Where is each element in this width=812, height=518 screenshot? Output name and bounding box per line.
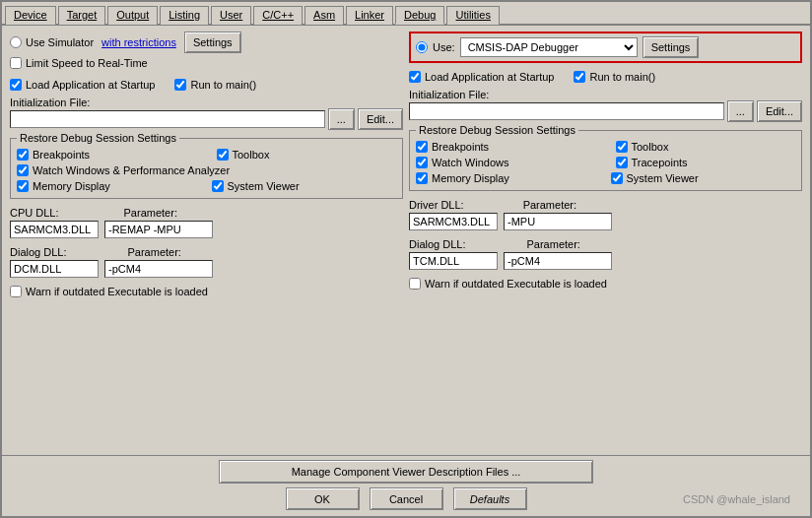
use-settings-btn[interactable]: Settings bbox=[643, 36, 700, 58]
load-app-right-label: Load Application at Startup bbox=[425, 71, 554, 83]
content-area: Use Simulator with restrictions Settings… bbox=[2, 26, 810, 455]
simulator-settings-btn[interactable]: Settings bbox=[184, 32, 241, 53]
dialog-param-right-input[interactable] bbox=[504, 252, 612, 270]
sysviewer-left-checkbox[interactable] bbox=[212, 180, 224, 192]
tracepoints-right-label: Tracepoints bbox=[632, 157, 688, 168]
use-section: Use: CMSIS-DAP Debugger Settings bbox=[409, 32, 802, 63]
driver-param-input[interactable] bbox=[504, 213, 612, 230]
init-browse-left-btn[interactable]: ... bbox=[328, 108, 355, 130]
tab-user[interactable]: User bbox=[211, 6, 251, 25]
memory-right-label: Memory Display bbox=[432, 172, 509, 184]
sysviewer-left-row: System Viewer bbox=[212, 180, 397, 192]
init-file-right-input[interactable] bbox=[409, 102, 724, 120]
left-column: Use Simulator with restrictions Settings… bbox=[10, 32, 403, 449]
init-edit-left-btn[interactable]: Edit... bbox=[358, 108, 403, 130]
restore-group-right-title: Restore Debug Session Settings bbox=[416, 124, 578, 136]
cpu-dll-row bbox=[10, 221, 403, 238]
cpu-dll-section: CPU DLL: Parameter: bbox=[10, 207, 403, 238]
run-to-main-left-checkbox[interactable] bbox=[174, 79, 186, 91]
watch-windows-left-label: Watch Windows & Performance Analyzer bbox=[33, 164, 230, 176]
tab-target[interactable]: Target bbox=[58, 6, 106, 25]
init-file-left-input[interactable] bbox=[10, 110, 325, 128]
sysviewer-right-checkbox[interactable] bbox=[611, 172, 623, 184]
dialog-dll-left-row bbox=[10, 260, 403, 278]
simulator-radio[interactable] bbox=[10, 36, 22, 48]
simulator-row: Use Simulator with restrictions Settings bbox=[10, 32, 403, 53]
memory-left-checkbox[interactable] bbox=[17, 180, 29, 192]
tab-utilities[interactable]: Utilities bbox=[446, 6, 499, 25]
dialog-dll-right-row bbox=[409, 252, 802, 270]
watch-right-label: Watch Windows bbox=[432, 157, 508, 168]
cancel-btn[interactable]: Cancel bbox=[370, 487, 443, 510]
defaults-btn[interactable]: Defaults bbox=[453, 487, 527, 510]
init-file-right: Initialization File: ... Edit... bbox=[409, 89, 802, 122]
limit-speed-row: Limit Speed to Real-Time bbox=[10, 57, 403, 69]
toolbox-right-label: Toolbox bbox=[632, 141, 669, 153]
tab-asm[interactable]: Asm bbox=[304, 6, 344, 25]
watermark: CSDN @whale_island bbox=[683, 493, 794, 505]
memory-right-row: Memory Display bbox=[416, 172, 601, 184]
tracepoints-right-row: Tracepoints bbox=[616, 157, 796, 168]
load-app-right-checkbox[interactable] bbox=[409, 71, 421, 83]
init-file-left-label: Initialization File: bbox=[10, 97, 403, 108]
breakpoints-left-checkbox[interactable] bbox=[17, 149, 29, 161]
dialog-param-left-input[interactable] bbox=[104, 260, 213, 278]
watch-windows-left-checkbox[interactable] bbox=[17, 164, 29, 176]
init-browse-right-btn[interactable]: ... bbox=[727, 100, 754, 122]
driver-dll-input[interactable] bbox=[409, 213, 498, 230]
warn-right-label: Warn if outdated Executable is loaded bbox=[425, 278, 607, 290]
tab-output[interactable]: Output bbox=[107, 6, 158, 25]
dialog-dll-right-label: Dialog DLL: bbox=[409, 238, 465, 250]
limit-speed-checkbox[interactable] bbox=[10, 57, 22, 69]
tracepoints-right-checkbox[interactable] bbox=[616, 157, 628, 168]
toolbox-right-checkbox[interactable] bbox=[616, 141, 628, 153]
bottom-bar: Manage Component Viewer Description File… bbox=[2, 455, 810, 516]
dialog-dll-right-section: Dialog DLL: Parameter: bbox=[409, 238, 802, 270]
dialog-dll-left-label: Dialog DLL: bbox=[10, 246, 66, 258]
right-column: Use: CMSIS-DAP Debugger Settings Load Ap… bbox=[409, 32, 802, 449]
ok-btn[interactable]: OK bbox=[286, 487, 360, 510]
dialog-dll-left-input[interactable] bbox=[10, 260, 99, 278]
sysviewer-left-label: System Viewer bbox=[228, 180, 300, 192]
run-to-main-right-checkbox[interactable] bbox=[574, 71, 585, 83]
toolbox-left-label: Toolbox bbox=[233, 149, 270, 161]
warn-right-checkbox[interactable] bbox=[409, 278, 421, 290]
watch-right-checkbox[interactable] bbox=[416, 157, 428, 168]
manage-btn[interactable]: Manage Component Viewer Description File… bbox=[219, 460, 593, 484]
tab-listing[interactable]: Listing bbox=[160, 6, 209, 25]
sysviewer-right-row: System Viewer bbox=[611, 172, 796, 184]
debugger-select[interactable]: CMSIS-DAP Debugger bbox=[460, 37, 638, 57]
breakpoints-right-checkbox[interactable] bbox=[416, 141, 428, 153]
breakpoints-toolbox-left-row: Breakpoints Toolbox bbox=[17, 149, 396, 162]
action-btns: OK Cancel Defaults bbox=[286, 487, 527, 510]
warn-right-row: Warn if outdated Executable is loaded bbox=[409, 278, 802, 290]
warn-left-label: Warn if outdated Executable is loaded bbox=[26, 286, 208, 297]
dialog-param-right-label: Parameter: bbox=[526, 238, 579, 250]
memory-right-checkbox[interactable] bbox=[416, 172, 428, 184]
cpu-dll-input[interactable] bbox=[10, 221, 99, 238]
breakpoints-left-label: Breakpoints bbox=[33, 149, 90, 161]
load-app-left-checkbox[interactable] bbox=[10, 79, 22, 91]
cpu-param-input[interactable] bbox=[104, 221, 213, 238]
breakpoints-left-row: Breakpoints bbox=[17, 149, 197, 161]
restore-group-left: Restore Debug Session Settings Breakpoin… bbox=[10, 138, 403, 199]
init-edit-right-btn[interactable]: Edit... bbox=[757, 100, 802, 122]
load-app-left-label: Load Application at Startup bbox=[26, 79, 155, 91]
tab-linker[interactable]: Linker bbox=[346, 6, 393, 25]
tab-debug[interactable]: Debug bbox=[395, 6, 444, 25]
init-file-right-label: Initialization File: bbox=[409, 89, 802, 100]
tab-device[interactable]: Device bbox=[5, 6, 56, 25]
toolbox-left-checkbox[interactable] bbox=[217, 149, 229, 161]
driver-dll-label: Driver DLL: bbox=[409, 199, 464, 211]
toolbox-right-row: Toolbox bbox=[616, 141, 796, 153]
dialog-dll-right-input[interactable] bbox=[409, 252, 498, 270]
use-radio[interactable] bbox=[416, 41, 428, 53]
restrictions-link[interactable]: with restrictions bbox=[102, 36, 176, 48]
breakpoints-right-label: Breakpoints bbox=[432, 141, 489, 153]
dialog-dll-left-section: Dialog DLL: Parameter: bbox=[10, 246, 403, 278]
restore-group-right-content: Breakpoints Toolbox Watch Windows bbox=[416, 135, 795, 186]
warn-left-checkbox[interactable] bbox=[10, 286, 22, 297]
tab-cpp[interactable]: C/C++ bbox=[253, 6, 303, 25]
watch-right-row: Watch Windows bbox=[416, 157, 596, 168]
memory-sysviewer-right-row: Memory Display System Viewer bbox=[416, 172, 795, 186]
